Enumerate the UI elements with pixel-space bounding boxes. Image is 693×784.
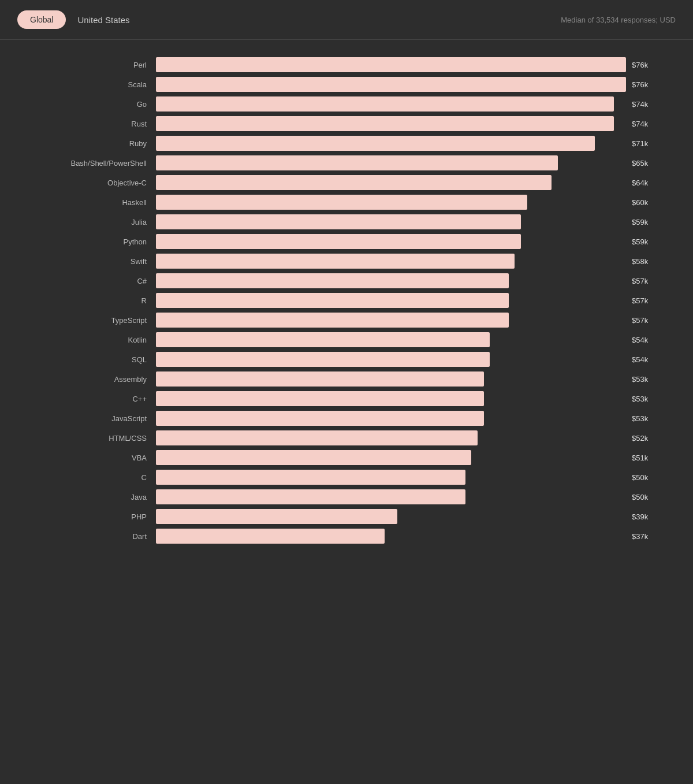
chart-container: Perl$76kScala$76kGo$74kRust$74kRuby$71kB… <box>0 40 693 571</box>
global-button[interactable]: Global <box>17 10 66 29</box>
chart-row: Dart$37k <box>35 529 658 544</box>
bar-label: VBA <box>35 454 156 462</box>
chart-row: HTML/CSS$52k <box>35 430 658 445</box>
bar-label: TypeScript <box>35 316 156 325</box>
bar-track <box>156 57 626 72</box>
bar-track <box>156 175 626 190</box>
bar-fill <box>156 313 509 328</box>
bar-fill <box>156 352 490 367</box>
bar-fill <box>156 391 484 406</box>
bar-fill <box>156 450 471 465</box>
bar-track <box>156 77 626 92</box>
bar-track <box>156 509 626 524</box>
bar-track <box>156 391 626 406</box>
bar-value: $39k <box>632 512 658 521</box>
bar-fill <box>156 96 614 112</box>
bar-track <box>156 470 626 485</box>
bar-label: Swift <box>35 257 156 266</box>
chart-row: Scala$76k <box>35 77 658 92</box>
region-label[interactable]: United States <box>77 15 129 25</box>
chart-row: Java$50k <box>35 489 658 504</box>
bar-value: $57k <box>632 316 658 325</box>
bar-value: $74k <box>632 120 658 128</box>
bar-track <box>156 371 626 387</box>
bar-label: HTML/CSS <box>35 434 156 443</box>
bar-value: $74k <box>632 100 658 109</box>
bar-value: $71k <box>632 139 658 148</box>
chart-row: PHP$39k <box>35 509 658 524</box>
bar-track <box>156 136 626 151</box>
chart-row: SQL$54k <box>35 352 658 367</box>
chart-row: TypeScript$57k <box>35 313 658 328</box>
bar-track <box>156 489 626 504</box>
bar-label: SQL <box>35 355 156 364</box>
bar-track <box>156 273 626 288</box>
bar-value: $57k <box>632 277 658 285</box>
bar-label: Ruby <box>35 139 156 148</box>
bar-label: Scala <box>35 80 156 89</box>
bar-fill <box>156 214 521 229</box>
bar-fill <box>156 136 595 151</box>
bar-track <box>156 352 626 367</box>
chart-row: Haskell$60k <box>35 195 658 210</box>
bar-label: R <box>35 296 156 305</box>
bar-value: $76k <box>632 61 658 69</box>
bar-track <box>156 411 626 426</box>
chart-row: Swift$58k <box>35 254 658 269</box>
bar-fill <box>156 77 626 92</box>
bar-track <box>156 116 626 131</box>
bar-label: JavaScript <box>35 414 156 423</box>
header-meta: Median of 33,534 responses; USD <box>561 16 676 24</box>
bar-value: $53k <box>632 414 658 423</box>
bar-label: Dart <box>35 532 156 541</box>
bar-label: C <box>35 473 156 482</box>
bar-track <box>156 155 626 170</box>
bar-value: $58k <box>632 257 658 266</box>
chart-row: Python$59k <box>35 234 658 249</box>
chart-row: Perl$76k <box>35 57 658 72</box>
bar-value: $60k <box>632 198 658 207</box>
bar-fill <box>156 293 509 308</box>
bar-value: $53k <box>632 395 658 403</box>
chart-row: C#$57k <box>35 273 658 288</box>
bar-track <box>156 450 626 465</box>
bar-fill <box>156 470 465 485</box>
chart-row: Go$74k <box>35 96 658 112</box>
bar-value: $53k <box>632 375 658 384</box>
bar-track <box>156 293 626 308</box>
chart-row: Assembly$53k <box>35 371 658 387</box>
bar-fill <box>156 57 626 72</box>
bar-fill <box>156 371 484 387</box>
chart-row: Rust$74k <box>35 116 658 131</box>
bar-value: $54k <box>632 355 658 364</box>
header: Global United States Median of 33,534 re… <box>0 0 693 40</box>
bar-track <box>156 430 626 445</box>
bar-track <box>156 234 626 249</box>
bar-track <box>156 254 626 269</box>
bar-track <box>156 96 626 112</box>
bar-fill <box>156 430 478 445</box>
bar-label: Objective-C <box>35 179 156 187</box>
bar-fill <box>156 254 515 269</box>
bar-fill <box>156 411 484 426</box>
bar-value: $50k <box>632 473 658 482</box>
chart-row: R$57k <box>35 293 658 308</box>
chart-row: Ruby$71k <box>35 136 658 151</box>
chart-row: C++$53k <box>35 391 658 406</box>
bar-value: $52k <box>632 434 658 443</box>
bar-fill <box>156 195 527 210</box>
chart-row: Kotlin$54k <box>35 332 658 347</box>
bar-fill <box>156 234 521 249</box>
bar-value: $76k <box>632 80 658 89</box>
bar-label: Assembly <box>35 375 156 384</box>
bar-track <box>156 214 626 229</box>
chart-row: JavaScript$53k <box>35 411 658 426</box>
bar-label: Julia <box>35 218 156 226</box>
bar-track <box>156 195 626 210</box>
bar-value: $59k <box>632 218 658 226</box>
chart-row: Objective-C$64k <box>35 175 658 190</box>
bar-label: Rust <box>35 120 156 128</box>
bar-fill <box>156 273 509 288</box>
bar-value: $65k <box>632 159 658 168</box>
bar-value: $50k <box>632 493 658 501</box>
